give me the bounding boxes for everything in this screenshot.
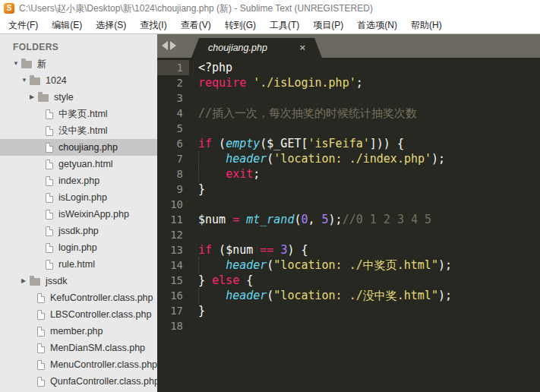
file-icon xyxy=(46,243,53,253)
menu-item[interactable]: 帮助(H) xyxy=(404,17,449,34)
code-line-content xyxy=(189,227,198,242)
file-icon xyxy=(46,193,53,203)
menu-item[interactable]: 选择(S) xyxy=(89,17,133,34)
code-line: 15} else { xyxy=(157,273,540,288)
tree-item-folder[interactable]: ▶style xyxy=(0,89,157,106)
tree-item-label: style xyxy=(54,92,74,103)
tree-item-file[interactable]: jssdk.php xyxy=(0,223,157,239)
tree-item-file[interactable]: index.php xyxy=(0,172,157,189)
tree-item-file[interactable]: rule.html xyxy=(0,256,157,273)
code-area[interactable]: 1<?php2require './isLogin.php';34//插入一次，… xyxy=(157,58,540,392)
folder-icon xyxy=(30,77,40,85)
tree-item-label: 没中奖.html xyxy=(58,125,108,138)
code-line: 18 xyxy=(157,318,540,334)
tab-close-icon[interactable]: × xyxy=(299,41,305,54)
code-line: 5 xyxy=(157,121,540,136)
code-line-content: header("location: ./中奖页.html"); xyxy=(189,258,452,273)
tab-bar: choujiang.php × xyxy=(157,34,540,58)
code-line-content: if ($num == 3) { xyxy=(189,242,308,258)
editor-pane: choujiang.php × 1<?php2require './isLogi… xyxy=(157,34,540,392)
tab-choujiang-php[interactable]: choujiang.php × xyxy=(191,38,322,58)
tree-item-file[interactable]: isWeixinApp.php xyxy=(0,206,157,223)
tree-item-file[interactable]: getyuan.html xyxy=(0,156,157,172)
chevron-down-icon[interactable]: ▼ xyxy=(21,77,30,84)
code-line: 1<?php xyxy=(157,60,540,75)
menu-item[interactable]: 文件(F) xyxy=(2,17,45,34)
line-number: 6 xyxy=(157,136,189,151)
line-number: 5 xyxy=(157,121,189,136)
menu-item[interactable]: 查看(V) xyxy=(174,17,218,34)
file-icon xyxy=(46,109,53,119)
chevron-right-icon[interactable]: ▶ xyxy=(30,94,38,100)
menu-item[interactable]: 查找(I) xyxy=(133,17,173,34)
file-icon xyxy=(37,377,45,387)
chevron-right-icon[interactable]: ▶ xyxy=(21,278,30,284)
tree-item-file[interactable]: MenDianSM.class.php xyxy=(0,340,157,356)
code-line: 8 exit; xyxy=(157,166,540,182)
code-line-content: header("location: ./没中奖.html"); xyxy=(189,288,452,303)
side-bar: FOLDERS ▼新▼1024▶style中奖页.html没中奖.htmlcho… xyxy=(0,34,157,392)
line-number: 15 xyxy=(157,273,189,288)
tree-item-file[interactable]: KefuController.class.php xyxy=(0,289,157,306)
tree-item-label: member.php xyxy=(50,326,103,337)
tab-nav-arrows xyxy=(162,41,176,50)
tree-item-label: 中奖页.html xyxy=(58,108,108,121)
tree-item-label: index.php xyxy=(58,175,99,186)
menu-bar: 文件(F)编辑(E)选择(S)查找(I)查看(V)转到(G)工具(T)项目(P)… xyxy=(0,17,540,34)
line-number: 10 xyxy=(157,197,189,212)
tree-item-file[interactable]: isLogin.php xyxy=(0,189,157,206)
file-icon xyxy=(46,260,53,270)
window-title: C:\Users\赵小康\Desktop\新\1024\choujiang.ph… xyxy=(19,2,373,15)
code-line-content: header('location: ./index.php'); xyxy=(189,151,445,166)
code-line-content: $num = mt_rand(0, 5);//0 1 2 3 4 5 xyxy=(189,212,431,227)
menu-item[interactable]: 项目(P) xyxy=(306,17,350,34)
menu-item[interactable]: 编辑(E) xyxy=(45,17,89,34)
line-number: 11 xyxy=(157,212,189,227)
line-number: 4 xyxy=(157,106,189,121)
tree-item-file[interactable]: QunfaController.class.php xyxy=(0,373,157,390)
tree-item-file[interactable]: MenuController.class.php xyxy=(0,356,157,373)
file-icon xyxy=(37,293,45,303)
chevron-down-icon[interactable]: ▼ xyxy=(13,61,21,67)
tree-item-file[interactable]: LBSController.class.php xyxy=(0,306,157,323)
tree-item-label: QunfaController.class.php xyxy=(50,376,157,387)
tree-item-label: MenuController.class.php xyxy=(50,359,157,370)
tree-item-folder[interactable]: ▼新 xyxy=(0,55,157,72)
tree-item-label: 新 xyxy=(37,58,47,71)
tree-item-label: jssdk xyxy=(46,276,67,286)
menu-item[interactable]: 工具(T) xyxy=(263,17,306,34)
tree-item-label: isLogin.php xyxy=(58,192,107,203)
file-icon xyxy=(37,360,45,370)
tab-scroll-left-icon[interactable] xyxy=(162,41,168,50)
tree-item-file[interactable]: member.php xyxy=(0,323,157,340)
file-icon xyxy=(46,143,53,153)
code-line: 16 header("location: ./没中奖.html"); xyxy=(157,288,540,303)
code-line-content: } xyxy=(189,182,205,197)
tree-item-folder[interactable]: ▶jssdk xyxy=(0,273,157,289)
menu-item[interactable]: 首选项(N) xyxy=(350,17,404,34)
line-number: 16 xyxy=(157,288,189,303)
tree-item-file[interactable]: 没中奖.html xyxy=(0,122,157,139)
tree-item-file[interactable]: choujiang.php xyxy=(0,139,157,156)
line-number: 12 xyxy=(157,227,189,242)
code-line: 2require './isLogin.php'; xyxy=(157,75,540,90)
file-icon xyxy=(46,160,53,169)
folder-icon xyxy=(38,94,49,102)
code-line: 11$num = mt_rand(0, 5);//0 1 2 3 4 5 xyxy=(157,212,540,227)
line-number: 18 xyxy=(157,318,189,334)
tree-item-file[interactable]: login.php xyxy=(0,239,157,256)
tree-item-label: jssdk.php xyxy=(58,226,99,236)
file-icon xyxy=(37,327,45,337)
line-number: 9 xyxy=(157,182,189,197)
code-line: 4//插入一次，每次抽奖的时候统计抽奖次数 xyxy=(157,106,540,121)
code-line-content xyxy=(189,90,198,106)
tab-scroll-right-icon[interactable] xyxy=(170,41,176,50)
code-line-content: if (empty($_GET['isFeifa'])) { xyxy=(189,136,404,151)
menu-item[interactable]: 转到(G) xyxy=(218,17,263,34)
code-line: 13if ($num == 3) { xyxy=(157,242,540,258)
folders-header: FOLDERS xyxy=(0,34,157,55)
code-line: 7 header('location: ./index.php'); xyxy=(157,151,540,166)
file-icon xyxy=(46,210,53,220)
tree-item-folder[interactable]: ▼1024 xyxy=(0,72,157,89)
tree-item-file[interactable]: 中奖页.html xyxy=(0,106,157,122)
